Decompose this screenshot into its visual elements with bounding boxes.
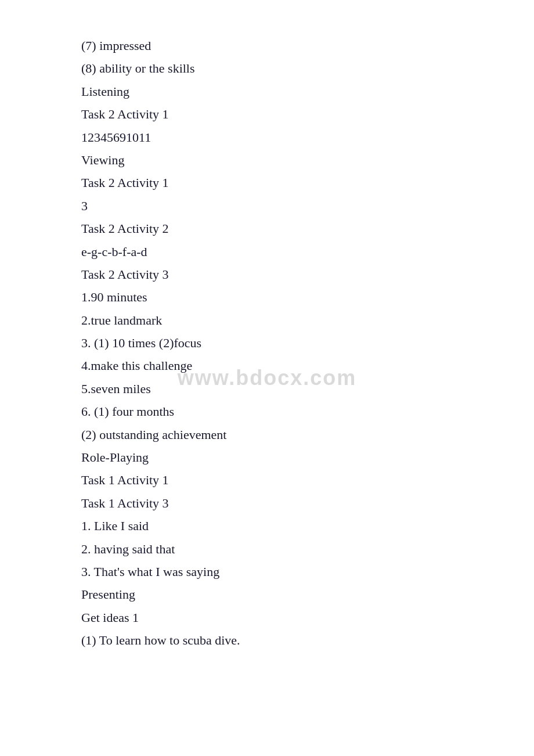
line-1: (7) impressed [81, 35, 488, 56]
line-14: 3. (1) 10 times (2)focus [81, 332, 488, 354]
line-8: 3 [81, 195, 488, 217]
line-3: Listening [81, 81, 488, 102]
line-21: Task 1 Activity 3 [81, 492, 488, 514]
line-24: 3. That's what I was saying [81, 561, 488, 582]
line-10: e-g-c-b-f-a-d [81, 241, 488, 262]
line-6: Viewing [81, 149, 488, 171]
line-18: (2) outstanding achievement [81, 424, 488, 445]
line-27: (1) To learn how to scuba dive. [81, 629, 488, 651]
line-4: Task 2 Activity 1 [81, 103, 488, 125]
line-15: 4.make this challenge [81, 355, 488, 376]
line-7: Task 2 Activity 1 [81, 172, 488, 193]
line-16: 5.seven miles [81, 378, 488, 399]
page-content: (7) impressed(8) ability or the skillsLi… [0, 0, 534, 687]
line-12: 1.90 minutes [81, 286, 488, 308]
lines-container: (7) impressed(8) ability or the skillsLi… [81, 35, 488, 651]
line-23: 2. having said that [81, 538, 488, 560]
line-17: 6. (1) four months [81, 401, 488, 422]
line-25: Presenting [81, 584, 488, 605]
line-9: Task 2 Activity 2 [81, 218, 488, 239]
line-2: (8) ability or the skills [81, 57, 488, 79]
line-19: Role-Playing [81, 447, 488, 468]
line-5: 12345691011 [81, 127, 488, 148]
line-13: 2.true landmark [81, 309, 488, 331]
line-26: Get ideas 1 [81, 607, 488, 628]
line-20: Task 1 Activity 1 [81, 469, 488, 491]
line-22: 1. Like I said [81, 515, 488, 537]
line-11: Task 2 Activity 3 [81, 264, 488, 285]
